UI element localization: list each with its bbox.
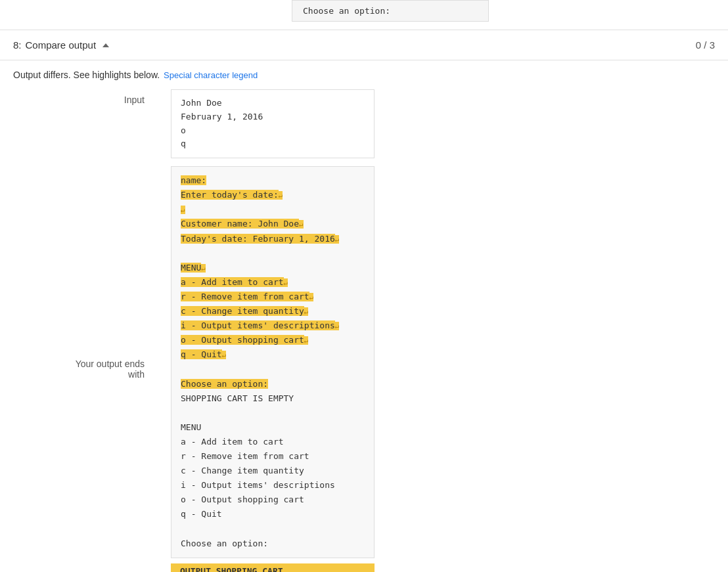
- output-line-choose-2: Choose an option:: [181, 537, 365, 551]
- score-display: 0 / 3: [696, 39, 715, 51]
- output-line-menu-hl: MENU↵: [181, 261, 365, 275]
- hl-newline-6: ↵: [284, 278, 288, 287]
- output-line-c: c - Change item quantity: [181, 464, 365, 478]
- output-line-i-hl: i - Output items' descriptions↵: [181, 319, 365, 333]
- labels-column: Input Your output endswith: [13, 89, 158, 572]
- output-line-i: i - Output items' descriptions: [181, 478, 365, 493]
- output-shopping-cart-text: OUTPUT SHOPPING CART: [180, 566, 283, 572]
- output-differs-text: Output differs. See highlights below.: [13, 70, 160, 80]
- hl-a: a - Add item to cart: [181, 277, 284, 287]
- collapse-icon[interactable]: [102, 43, 109, 47]
- hl-newline-4: ↵: [335, 235, 340, 244]
- output-line-name: name:: [181, 173, 365, 188]
- hl-todays-date: Today's date: February 1, 2016: [181, 234, 335, 244]
- output-line-r: r - Remove item from cart: [181, 449, 365, 464]
- output-line-a-hl: a - Add item to cart↵: [181, 275, 365, 290]
- output-shopping-cart-bar: OUTPUT SHOPPING CART: [171, 563, 375, 572]
- score-value: 0 / 3: [696, 39, 715, 51]
- page-container: Choose an option: 8: Compare output 0 / …: [0, 0, 728, 572]
- hl-c: c - Change item quantity: [181, 306, 304, 316]
- hl-newline-8: ↵: [304, 307, 309, 316]
- section-number: 8:: [13, 39, 22, 51]
- output-line-shopping-cart-empty: SHOPPING CART IS EMPTY: [181, 391, 365, 406]
- main-content: Input Your output endswith John Doe Febr…: [0, 89, 728, 572]
- output-line-choose-hl: Choose an option:: [181, 377, 365, 391]
- output-line-a: a - Add item to cart: [181, 435, 365, 449]
- output-line-blank-3: [181, 406, 365, 420]
- output-line-r-hl: r - Remove item from cart↵: [181, 290, 365, 304]
- output-line-menu: MENU: [181, 420, 365, 435]
- hl-name: name:: [181, 175, 206, 185]
- hl-newline-2: ↵: [181, 206, 185, 214]
- hl-newline-5: ↵: [201, 264, 206, 273]
- hl-newline-3: ↵: [299, 220, 304, 229]
- hl-menu: MENU: [181, 263, 201, 273]
- hl-i: i - Output items' descriptions: [181, 320, 335, 330]
- hl-choose: Choose an option:: [181, 379, 268, 389]
- hl-newline-1: ↵: [279, 191, 283, 200]
- output-line-blank-2: [181, 362, 365, 376]
- top-bar: Choose an option:: [53, 0, 728, 30]
- output-line-todays-date: Today's date: February 1, 2016↵: [181, 232, 365, 246]
- input-line-3: o: [181, 124, 365, 138]
- hl-newline-10: ↵: [304, 336, 309, 345]
- code-column: John Doe February 1, 2016 o q name: Ente…: [171, 89, 715, 572]
- section-title-text: Compare output: [26, 39, 97, 51]
- input-line-4: q: [181, 137, 365, 151]
- output-line-q-hl: q - Quit↵: [181, 347, 365, 362]
- hl-r: r - Remove item from cart: [181, 292, 309, 301]
- top-choose-option-box: Choose an option:: [292, 0, 489, 22]
- section-header: 8: Compare output 0 / 3: [0, 30, 728, 60]
- output-line-c-hl: c - Change item quantity↵: [181, 304, 365, 319]
- input-line-2: February 1, 2016: [181, 110, 365, 124]
- output-label: Your output endswith: [13, 162, 158, 380]
- hl-newline-9: ↵: [335, 322, 340, 330]
- hl-o: o - Output shopping cart: [181, 335, 304, 345]
- hl-enter-date: Enter today's date:: [181, 190, 279, 200]
- output-line-newline: ↵: [181, 202, 365, 217]
- top-choose-option-text: Choose an option:: [303, 6, 390, 16]
- input-box: John Doe February 1, 2016 o q: [171, 89, 375, 158]
- output-box: name: Enter today's date:↵ ↵ Customer na…: [171, 166, 375, 558]
- section-title: 8: Compare output: [13, 39, 109, 51]
- output-line-customer-name: Customer name: John Doe↵: [181, 217, 365, 231]
- special-character-legend-link[interactable]: Special character legend: [164, 70, 258, 80]
- hl-customer-name: Customer name: John Doe: [181, 219, 299, 229]
- hl-newline-11: ↵: [222, 351, 227, 359]
- input-line-1: John Doe: [181, 97, 365, 110]
- output-message: Output differs. See highlights below. Sp…: [0, 60, 728, 89]
- input-label: Input: [13, 89, 158, 162]
- output-line-enter-date: Enter today's date:↵: [181, 188, 365, 202]
- hl-q: q - Quit: [181, 349, 222, 359]
- output-line-blank-1: [181, 246, 365, 261]
- output-line-blank-4: [181, 521, 365, 536]
- output-line-o: o - Output shopping cart: [181, 493, 365, 507]
- output-line-q: q - Quit: [181, 507, 365, 521]
- hl-newline-7: ↵: [309, 293, 314, 301]
- output-line-o-hl: o - Output shopping cart↵: [181, 333, 365, 347]
